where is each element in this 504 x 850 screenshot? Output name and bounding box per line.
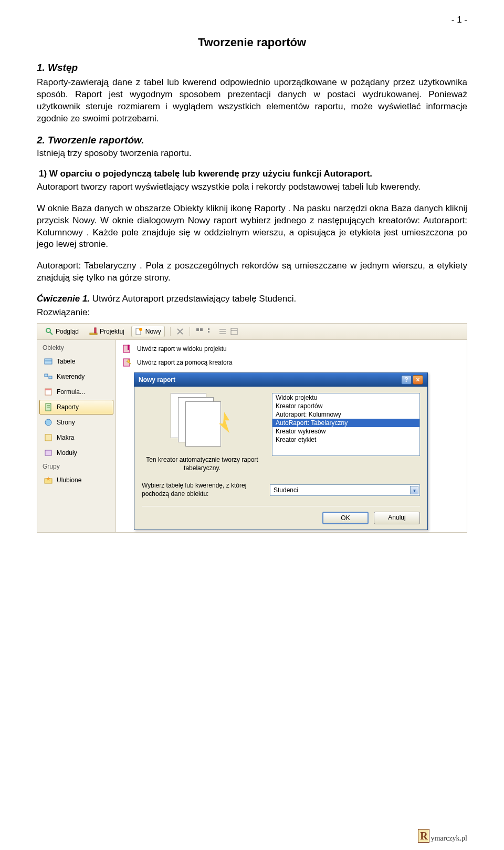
sidebar-item-macros[interactable]: Makra (39, 430, 113, 445)
help-icon[interactable]: ? (401, 375, 412, 385)
new-button[interactable]: Nowy (131, 326, 165, 337)
combo-value: Studenci (274, 486, 298, 494)
separator-icon (190, 327, 190, 336)
svg-rect-13 (231, 328, 237, 335)
sidebar-item-label: Strony (57, 419, 75, 426)
close-icon[interactable]: × (413, 375, 423, 385)
method-1-heading: 1) W oparciu o pojedynczą tabelę lub kwe… (37, 168, 467, 180)
list-option-selected[interactable]: AutoRaport: Tabelaryczny (272, 419, 419, 427)
sidebar: Obiekty Tabele Kwerendy Formula... Rapor… (37, 340, 116, 532)
svg-line-1 (50, 332, 52, 335)
sidebar-groups-header: Grupy (39, 461, 113, 472)
list-icon[interactable] (218, 327, 227, 336)
sidebar-item-label: Moduły (57, 449, 77, 457)
wizard-illustration-icon (171, 393, 234, 451)
sidebar-item-modules[interactable]: Moduły (39, 445, 113, 460)
table-icon (44, 357, 52, 366)
svg-rect-25 (45, 434, 51, 441)
svg-point-24 (45, 419, 51, 426)
preview-label: Podgląd (56, 328, 79, 335)
svg-rect-30 (128, 345, 129, 350)
report-type-listbox[interactable]: Widok projektu Kreator raportów Autorapo… (272, 393, 420, 456)
report-icon (44, 403, 52, 411)
form-icon (44, 388, 52, 396)
large-icons-icon[interactable] (195, 327, 204, 336)
solution-label: Rozwiązanie: (37, 307, 467, 318)
sidebar-objects-header: Obiekty (39, 342, 113, 354)
logo-letter-icon: R (418, 829, 429, 843)
chevron-down-icon[interactable]: ▾ (410, 486, 418, 494)
exercise-label: Ćwiczenie 1. (37, 294, 90, 304)
magnifier-icon (45, 327, 54, 336)
svg-point-0 (46, 328, 50, 333)
new-report-dialog: Nowy raport ? × Ten kreator automa (134, 372, 428, 530)
new-label: Nowy (145, 328, 161, 335)
method-1-p2: W oknie Baza danych w obszarze Obiekty k… (37, 203, 467, 251)
section-1-heading: 1. Wstęp (37, 62, 467, 74)
delete-icon[interactable] (176, 327, 184, 336)
sidebar-item-label: Makra (57, 434, 74, 441)
svg-rect-7 (200, 328, 203, 331)
svg-rect-15 (45, 359, 52, 364)
section-2-heading: 2. Tworzenie raportów. (37, 134, 467, 146)
create-report-design-row[interactable]: Utwórz raport w widoku projektu (118, 342, 465, 356)
page-icon (44, 418, 52, 427)
svg-point-5 (139, 328, 142, 331)
design-button[interactable]: Projektuj (86, 326, 128, 337)
small-icons-icon[interactable] (207, 327, 215, 336)
footer-text: ymarczyk.pl (430, 834, 467, 843)
svg-rect-18 (49, 376, 52, 379)
sidebar-item-label: Kwerendy (57, 373, 85, 380)
document-title: Tworzenie raportów (37, 36, 467, 49)
page-number: - 1 - (37, 15, 467, 25)
method-1-p3: Autoraport: Tabelaryczny . Pola z poszcz… (37, 260, 467, 284)
svg-rect-17 (45, 374, 48, 377)
sidebar-item-favorites[interactable]: Ulubione (39, 473, 113, 488)
sidebar-item-label: Tabele (57, 358, 75, 365)
svg-rect-20 (45, 389, 51, 390)
sidebar-item-label: Ulubione (57, 476, 81, 484)
sidebar-item-forms[interactable]: Formula... (39, 385, 113, 399)
list-row-label: Utwórz raport w widoku projektu (137, 345, 227, 353)
svg-rect-8 (208, 328, 209, 330)
wizard-icon (122, 358, 132, 367)
folder-star-icon (44, 476, 52, 484)
ruler-pencil-icon (89, 327, 98, 336)
sidebar-item-queries[interactable]: Kwerendy (39, 369, 113, 384)
separator-icon (170, 327, 171, 336)
design-label: Projektuj (100, 328, 124, 335)
db-toolbar: Podgląd Projektuj Nowy (37, 324, 467, 340)
svg-rect-3 (94, 328, 96, 333)
data-source-combo[interactable]: Studenci ▾ (270, 484, 420, 496)
content-area: Utwórz raport w widoku projektu Utwórz r… (116, 340, 467, 532)
dialog-description: Ten kreator automatycznie tworzy raport … (142, 456, 262, 472)
list-option[interactable]: Autoraport: Kolumnowy (272, 410, 419, 419)
sidebar-item-pages[interactable]: Strony (39, 415, 113, 430)
list-option[interactable]: Kreator raportów (272, 402, 419, 410)
section-2-sub: Istnieją trzy sposoby tworzenia raportu. (37, 148, 467, 159)
dialog-title-text: Nowy raport (139, 376, 175, 383)
preview-button[interactable]: Podgląd (41, 326, 82, 337)
list-row-label: Utwórz raport za pomocą kreatora (137, 359, 232, 366)
ok-button[interactable]: OK (322, 512, 369, 524)
svg-rect-9 (208, 331, 209, 333)
list-option[interactable]: Widok projektu (272, 393, 419, 402)
sidebar-item-label: Raporty (57, 403, 79, 411)
list-option[interactable]: Kreator etykiet (272, 436, 419, 444)
dialog-titlebar[interactable]: Nowy raport ? × (134, 373, 427, 387)
details-icon[interactable] (230, 327, 238, 336)
method-1-p1: Autoraport tworzy raport wyświetlający w… (37, 181, 467, 193)
new-object-icon (135, 327, 143, 336)
create-report-wizard-row[interactable]: Utwórz raport za pomocą kreatora (118, 356, 465, 369)
sidebar-item-tables[interactable]: Tabele (39, 354, 113, 369)
exercise-text: Utwórz Autoraport przedstawiający tabelę… (92, 294, 296, 304)
section-1-text: Raporty-zawierają dane z tabel lub kwere… (37, 77, 467, 125)
cancel-button[interactable]: Anuluj (374, 512, 420, 524)
design-view-icon (122, 344, 132, 354)
query-icon (44, 372, 52, 381)
svg-rect-26 (45, 450, 51, 455)
module-icon (44, 449, 52, 457)
sidebar-item-reports[interactable]: Raporty (39, 400, 113, 414)
footer-logo: R ymarczyk.pl (418, 829, 467, 843)
list-option[interactable]: Kreator wykresów (272, 427, 419, 436)
